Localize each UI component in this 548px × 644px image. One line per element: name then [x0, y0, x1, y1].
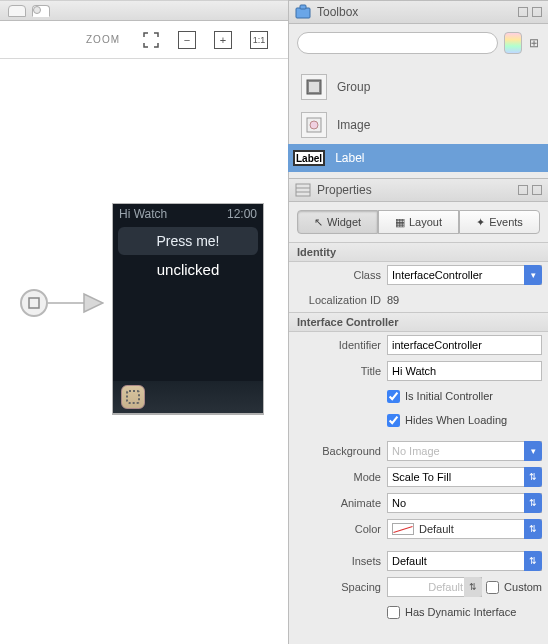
- class-input[interactable]: [387, 265, 542, 285]
- zoom-actual-icon[interactable]: 1:1: [250, 31, 268, 49]
- label-localization-id: Localization ID: [295, 294, 381, 306]
- svg-rect-7: [296, 184, 310, 196]
- checkbox-dynamic-interface[interactable]: Has Dynamic Interface: [387, 606, 516, 619]
- group-icon: [301, 74, 327, 100]
- label-insets: Insets: [295, 555, 381, 567]
- tab-label: Layout: [409, 216, 442, 228]
- localization-id-value: 89: [387, 294, 542, 306]
- stepper-icon[interactable]: ⇅: [524, 493, 542, 513]
- close-icon[interactable]: [532, 185, 542, 195]
- properties-header: Properties: [289, 178, 548, 202]
- properties-icon: [295, 182, 311, 198]
- toolbox-item-image[interactable]: Image: [297, 106, 540, 144]
- minimize-icon[interactable]: [518, 185, 528, 195]
- stepper-icon[interactable]: ⇅: [464, 577, 482, 597]
- section-interface-controller: Interface Controller: [289, 312, 548, 332]
- color-swatch: [392, 523, 414, 535]
- entry-point-node[interactable]: [20, 289, 48, 317]
- tab-widget[interactable]: ↖Widget: [297, 210, 378, 234]
- checkbox-label: Is Initial Controller: [405, 390, 493, 402]
- minimize-icon[interactable]: [518, 7, 528, 17]
- inspector-pane: Toolbox 🔍 ⊞ Group Image Label Label Prop…: [288, 0, 548, 644]
- layout-icon: ▦: [395, 216, 405, 229]
- color-input[interactable]: Default: [387, 519, 542, 539]
- identifier-input[interactable]: [387, 335, 542, 355]
- svg-point-6: [310, 121, 318, 129]
- mode-input[interactable]: [387, 467, 542, 487]
- grid-view-icon[interactable]: ⊞: [528, 33, 540, 53]
- toolbox-icon: [295, 4, 311, 20]
- toolbox-title: Toolbox: [317, 5, 512, 19]
- image-icon: [301, 112, 327, 138]
- color-value: Default: [419, 523, 454, 535]
- zoom-in-icon[interactable]: +: [214, 31, 232, 49]
- label-icon: Label: [293, 150, 325, 166]
- events-icon: ✦: [476, 216, 485, 229]
- watch-label[interactable]: unclicked: [113, 261, 263, 278]
- tab-events[interactable]: ✦Events: [459, 210, 540, 234]
- title-input[interactable]: [387, 361, 542, 381]
- watch-dock-item[interactable]: [121, 385, 145, 409]
- svg-rect-0: [29, 298, 39, 308]
- canvas-pane: ZOOM − + 1:1 Hi Watch 12:00 Press me! un…: [0, 0, 288, 644]
- toolbox-item-label[interactable]: Label Label: [281, 144, 548, 172]
- properties-title: Properties: [317, 183, 512, 197]
- checkbox-label: Custom: [504, 581, 542, 593]
- toolbox-item-label: Group: [337, 80, 370, 94]
- zoom-out-icon[interactable]: −: [178, 31, 196, 49]
- checkbox-initial-controller[interactable]: Is Initial Controller: [387, 390, 493, 403]
- watch-status-bar: Hi Watch 12:00: [113, 204, 263, 224]
- chevron-down-icon[interactable]: ▾: [524, 265, 542, 285]
- stepper-icon[interactable]: ⇅: [524, 519, 542, 539]
- toolbox-search-input[interactable]: [297, 32, 498, 54]
- zoom-toolbar: ZOOM − + 1:1: [0, 21, 288, 59]
- segue-arrow-icon: [48, 291, 104, 315]
- close-icon[interactable]: [532, 7, 542, 17]
- svg-rect-4: [309, 82, 319, 92]
- insets-input[interactable]: [387, 551, 542, 571]
- tab-layout[interactable]: ▦Layout: [378, 210, 459, 234]
- checkbox-hides-when-loading[interactable]: Hides When Loading: [387, 414, 507, 427]
- toolbox-item-group[interactable]: Group: [297, 68, 540, 106]
- design-canvas[interactable]: Hi Watch 12:00 Press me! unclicked: [0, 59, 288, 644]
- toolbox-body: 🔍 ⊞ Group Image: [289, 24, 548, 144]
- stepper-icon[interactable]: ⇅: [524, 467, 542, 487]
- checkbox-label: Has Dynamic Interface: [405, 606, 516, 618]
- label-spacing: Spacing: [295, 581, 381, 593]
- label-animate: Animate: [295, 497, 381, 509]
- toolbox-item-label: Image: [337, 118, 370, 132]
- stepper-icon[interactable]: ⇅: [524, 551, 542, 571]
- chevron-down-icon[interactable]: ▾: [524, 441, 542, 461]
- watch-button-label: Press me!: [156, 233, 219, 249]
- toolbox-header: Toolbox: [289, 0, 548, 24]
- watch-title: Hi Watch: [119, 207, 167, 221]
- watch-scene[interactable]: Hi Watch 12:00 Press me! unclicked: [112, 203, 264, 415]
- section-identity: Identity: [289, 242, 548, 262]
- cursor-icon: ↖: [314, 216, 323, 229]
- properties-tabs: ↖Widget ▦Layout ✦Events: [297, 210, 540, 234]
- properties-body: ↖Widget ▦Layout ✦Events Identity Class ▾…: [289, 202, 548, 644]
- label-title: Title: [295, 365, 381, 377]
- watch-time: 12:00: [227, 207, 257, 221]
- checkbox-label: Hides When Loading: [405, 414, 507, 426]
- label-color: Color: [295, 523, 381, 535]
- watch-button[interactable]: Press me!: [118, 227, 258, 255]
- label-mode: Mode: [295, 471, 381, 483]
- label-background: Background: [295, 445, 381, 457]
- tab-label: Events: [489, 216, 523, 228]
- label-identifier: Identifier: [295, 339, 381, 351]
- animate-input[interactable]: [387, 493, 542, 513]
- toolbox-item-label-text: Label: [335, 151, 364, 165]
- zoom-label: ZOOM: [86, 34, 120, 45]
- svg-rect-2: [300, 5, 306, 9]
- fit-icon[interactable]: [142, 31, 160, 49]
- label-class: Class: [295, 269, 381, 281]
- checkbox-custom-spacing[interactable]: Custom: [486, 581, 542, 594]
- tab[interactable]: [8, 5, 26, 17]
- tab-active[interactable]: [32, 5, 50, 17]
- category-filter-button[interactable]: [504, 32, 522, 54]
- tab-label: Widget: [327, 216, 361, 228]
- document-tabbar: [0, 1, 288, 21]
- watch-dock: [113, 381, 263, 413]
- background-input[interactable]: [387, 441, 542, 461]
